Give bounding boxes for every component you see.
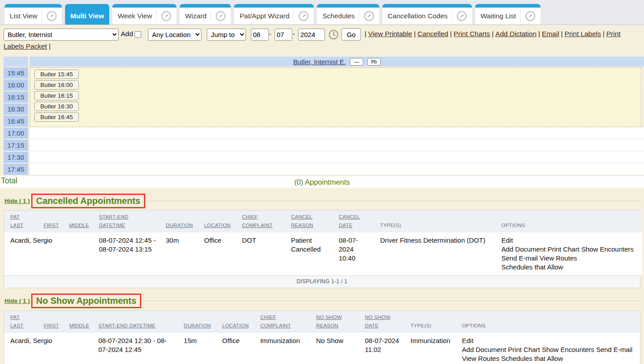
col-first[interactable]: FIRST <box>37 311 63 333</box>
tab-label: Schedules <box>322 12 354 20</box>
option-links-line[interactable]: Schedules that Allow <box>501 263 639 272</box>
tab-week-view[interactable]: Week View ↗ <box>112 4 176 25</box>
open-in-new-window-icon[interactable]: ↗ <box>457 11 467 21</box>
link-separator: | <box>414 30 416 37</box>
col-no-show-reason[interactable]: NO SHOWREASON <box>310 311 358 333</box>
time-slot-label: 16:30 <box>4 103 28 115</box>
col-start-end-datetime[interactable]: START-END DATETIME <box>92 311 178 333</box>
schedule-empty-row[interactable] <box>30 151 644 163</box>
no-show-hide-link[interactable]: Hide ( 1 ) <box>4 298 30 304</box>
cancelled-link[interactable]: Cancelled <box>418 30 448 37</box>
option-links-line[interactable]: Send E-mail View Routes <box>501 254 639 263</box>
open-in-new-window-icon[interactable]: ↗ <box>161 11 171 21</box>
email-link[interactable]: Email <box>542 30 559 37</box>
location-select[interactable]: Any Location <box>148 29 201 41</box>
date-year-field[interactable] <box>298 29 325 41</box>
print-charts-link[interactable]: Print Charts <box>454 30 490 37</box>
no-show-appointment-row: Acardi, Sergio 08-07-2024 12:30 - 08-07-… <box>4 333 640 364</box>
patient-name-cell: Acardi, Sergio <box>4 232 93 275</box>
provider-select[interactable]: Butler, Internist <box>4 29 119 41</box>
open-in-new-window-icon[interactable]: ↗ <box>47 11 57 21</box>
cancel-date-cell: 08-07-2024 10:40 <box>332 232 374 275</box>
tab-cancellation-codes[interactable]: Cancellation Codes ↗ <box>382 4 472 25</box>
options-cell[interactable]: Edit Add Document Print Chart Show Encou… <box>455 333 640 364</box>
location-cell: Office <box>198 232 236 275</box>
tab-list-view[interactable]: List View ↗ <box>4 4 62 25</box>
clock-icon[interactable] <box>328 29 339 40</box>
col-pat-last[interactable]: PATLAST <box>4 311 37 333</box>
options-cell[interactable]: Edit Add Document Print Chart Show Encou… <box>495 232 642 275</box>
time-slot-label: 16:15 <box>4 91 28 103</box>
jump-to-select[interactable]: Jump to <box>207 29 246 41</box>
tab-multi-view[interactable]: Multi View <box>65 4 110 25</box>
tab-accent-strip <box>475 4 541 8</box>
col-cancel-date[interactable]: CANCELDATE <box>332 211 374 232</box>
view-printable-link[interactable]: View Printable <box>368 30 412 37</box>
slot-button-1545[interactable]: Butler 15:45 <box>34 70 79 79</box>
option-links-line[interactable]: Edit <box>462 336 636 345</box>
tab-divider <box>41 10 42 22</box>
tab-divider <box>293 10 294 22</box>
link-separator: | <box>450 30 452 37</box>
slot-button-1630[interactable]: Butler 16:30 <box>34 102 79 111</box>
date-separator: - <box>293 30 295 37</box>
option-links-line[interactable]: Add Document Print Chart Show Encounters… <box>462 345 636 354</box>
cancelled-displaying-bar: DISPLAYING 1-1 / 1 <box>4 275 640 288</box>
slot-button-1600[interactable]: Butler 16:00 <box>34 80 79 90</box>
col-pat-last[interactable]: PATLAST <box>4 211 37 232</box>
col-cancel-reason[interactable]: CANCELREASON <box>285 211 332 232</box>
tab-divider <box>451 10 452 22</box>
collapse-column-button[interactable]: — <box>350 58 363 66</box>
slot-button-1645[interactable]: Butler 16:45 <box>34 112 79 122</box>
tab-waiting-list[interactable]: Waiting List ↗ <box>475 4 541 25</box>
col-no-show-date[interactable]: NO SHOWDATE <box>359 311 404 333</box>
col-chief-complaint[interactable]: CHIEFCOMPLAINT <box>254 311 310 333</box>
tab-schedules[interactable]: Schedules ↗ <box>317 4 379 25</box>
tab-divider <box>156 10 156 22</box>
schedule-empty-row[interactable] <box>30 139 644 151</box>
schedule-corner-cell <box>4 57 28 66</box>
slot-button-1615[interactable]: Butler 16:15 <box>34 91 79 100</box>
forward-back-button[interactable]: f/b <box>367 58 381 66</box>
tab-pat-appt-wizard[interactable]: Pat/Appt Wizard ↗ <box>234 4 314 25</box>
no-show-section-title: No Show Appointments <box>36 296 136 306</box>
col-duration[interactable]: DURATION <box>177 311 216 333</box>
col-start-end-datetime[interactable]: START-ENDDATETIME <box>93 211 160 232</box>
types-cell: Driver Fitness Determination (DOT) <box>374 232 495 275</box>
open-in-new-window-icon[interactable]: ↗ <box>216 11 226 21</box>
col-chief-complaint[interactable]: CHIEFCOMPLAINT <box>236 211 285 232</box>
time-slot-label: 17:00 <box>4 128 28 139</box>
section-divider <box>141 301 640 301</box>
col-middle[interactable]: MIDDLE <box>63 311 92 333</box>
date-month-field[interactable] <box>251 29 269 41</box>
time-slot-label: 17:15 <box>4 140 28 151</box>
open-in-new-window-icon[interactable]: ↗ <box>299 11 308 21</box>
col-first[interactable]: FIRST <box>37 211 63 232</box>
link-separator: | <box>538 30 540 37</box>
col-middle[interactable]: MIDDLE <box>63 211 93 232</box>
tab-wizard[interactable]: Wizard ↗ <box>180 4 231 25</box>
schedule-empty-row[interactable] <box>30 163 644 175</box>
schedule-empty-row[interactable] <box>30 127 644 139</box>
tab-bar: List View ↗ Multi View Week View ↗ Wizar… <box>0 0 644 25</box>
cancelled-hide-link[interactable]: Hide ( 1 ) <box>4 198 30 204</box>
option-links-line[interactable]: Edit <box>501 236 639 245</box>
chief-complaint-cell: Immunization <box>254 333 310 364</box>
option-links-line[interactable]: View Routes Schedules that Allow <box>462 354 636 363</box>
cancelled-section-header: Hide ( 1 ) Cancelled Appointments <box>4 193 640 208</box>
date-day-field[interactable] <box>275 29 292 41</box>
availability-region: Butler 15:45 Butler 16:00 Butler 16:15 B… <box>30 67 641 127</box>
col-duration[interactable]: DURATION <box>160 211 198 232</box>
col-location[interactable]: LOCATION <box>198 211 236 232</box>
col-location[interactable]: LOCATION <box>216 311 254 333</box>
open-in-new-window-icon[interactable]: ↗ <box>525 11 535 21</box>
add-dictation-link[interactable]: Add Dictation <box>496 30 537 37</box>
col-types: TYPE(S) <box>374 211 495 232</box>
option-links-line[interactable]: Add Document Print Chart Show Encounters <box>501 245 639 254</box>
go-button[interactable]: Go <box>341 28 361 41</box>
provider-column-link[interactable]: Butler, Internist E. <box>293 58 346 66</box>
print-labels-link[interactable]: Print Labels <box>565 30 601 37</box>
open-in-new-window-icon[interactable]: ↗ <box>364 11 374 21</box>
link-separator: | <box>365 30 366 37</box>
add-checkbox[interactable] <box>135 31 141 38</box>
